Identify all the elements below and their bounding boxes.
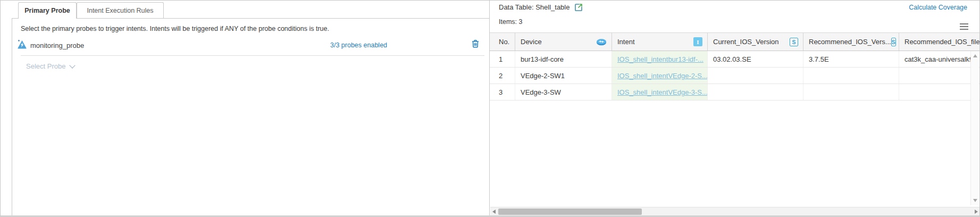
cell-intent: IOS_shell_intentVEdge-3-S... (612, 84, 708, 100)
calculate-coverage-link[interactable]: Calculate Coverage (909, 4, 967, 11)
column-header-current-ios-version[interactable]: Current_IOS_Version S (708, 33, 803, 51)
select-probe-dropdown[interactable]: Select Probe (26, 62, 74, 70)
column-header-recommended-ios-file[interactable]: Recommended_IOS_file... (899, 33, 980, 51)
table-row[interactable]: 2 VEdge-2-SW1 IOS_shell_intentVEdge-2-S.… (490, 68, 980, 84)
column-header-recommended-ios-version[interactable]: Recommened_IOS_Vers... S (803, 33, 899, 51)
column-header-device[interactable]: Device (515, 33, 612, 51)
select-probe-label: Select Probe (26, 62, 65, 70)
cell-recommended-file: cat3k_caa-universalk9. (899, 51, 980, 67)
horizontal-scrollbar-thumb[interactable] (498, 208, 642, 215)
router-icon (596, 38, 607, 46)
cell-recommended-file (899, 84, 980, 100)
cell-recommended-file (899, 68, 980, 84)
cell-device: bur13-idf-core (515, 51, 612, 67)
cell-current-ios (708, 68, 803, 84)
scroll-down-arrow-icon[interactable] (973, 199, 977, 202)
data-table-title: Data Table: Shell_table (499, 3, 569, 11)
external-link-icon[interactable] (574, 3, 583, 12)
cell-intent: IOS_shell_intentVEdge-2-S... (612, 68, 708, 84)
trash-icon[interactable] (471, 39, 480, 48)
intent-link[interactable]: IOS_shell_intentVEdge-2-S... (617, 72, 707, 80)
scroll-left-arrow-icon[interactable] (492, 210, 496, 214)
column-header-no[interactable]: No. (490, 33, 515, 51)
horizontal-scrollbar[interactable] (490, 207, 980, 215)
left-card-left-border (12, 18, 12, 215)
column-header-intent[interactable]: Intent I (612, 33, 708, 51)
items-count: Items: 3 (499, 18, 522, 26)
table-row[interactable]: 1 bur13-idf-core IOS_shell_intentbur13-i… (490, 51, 980, 68)
cell-device: VEdge-2-SW1 (515, 68, 612, 84)
cell-intent: IOS_shell_intentbur13-idf-... (612, 51, 708, 67)
app-window: Primary Probe Intent Execution Rules Sel… (0, 0, 980, 217)
cell-device: VEdge-3-SW (515, 84, 612, 100)
left-card-top-border (12, 18, 489, 19)
probe-description-text: Select the primary probes to trigger int… (21, 25, 329, 32)
scroll-up-arrow-icon[interactable] (973, 54, 977, 57)
cell-recommended-ios (803, 84, 899, 100)
cell-current-ios: 03.02.03.SE (708, 51, 803, 67)
scroll-right-arrow-icon[interactable] (975, 210, 978, 214)
intent-link[interactable]: IOS_shell_intentbur13-idf-... (617, 55, 703, 63)
string-type-badge: S (891, 38, 896, 46)
cell-no: 1 (490, 51, 515, 67)
chevron-down-icon (70, 62, 76, 68)
intent-link[interactable]: IOS_shell_intentVEdge-3-S... (617, 88, 707, 96)
cell-recommended-ios: 3.7.5E (803, 51, 899, 67)
cell-current-ios (708, 84, 803, 100)
vertical-scrollbar[interactable] (970, 51, 979, 205)
intent-type-badge: I (693, 37, 702, 46)
cell-recommended-ios (803, 68, 899, 84)
cell-no: 3 (490, 84, 515, 100)
monitoring-probe-icon (16, 39, 27, 49)
cell-no: 2 (490, 68, 515, 84)
table-header-row: No. Device Intent I Current_IOS_Version … (490, 32, 980, 51)
tab-intent-execution-rules[interactable]: Intent Execution Rules (77, 2, 164, 18)
string-type-badge: S (790, 38, 798, 46)
probes-enabled-link[interactable]: 3/3 probes enabled (330, 41, 387, 49)
tab-primary-probe[interactable]: Primary Probe (18, 2, 77, 19)
probe-row-divider (21, 55, 484, 56)
table-row[interactable]: 3 VEdge-3-SW IOS_shell_intentVEdge-3-S..… (490, 84, 980, 101)
table-menu-icon[interactable] (960, 23, 968, 30)
probe-name: monitoring_probe (30, 41, 84, 49)
